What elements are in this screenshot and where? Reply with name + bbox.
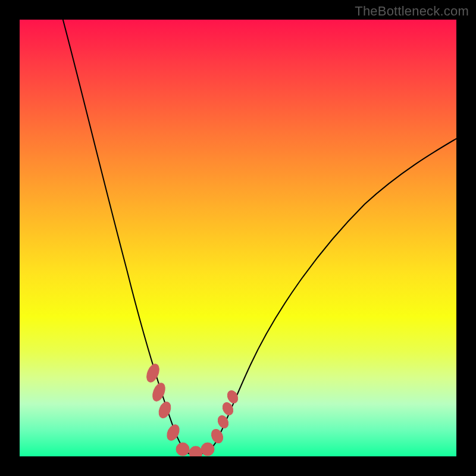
svg-point-6	[201, 443, 214, 456]
watermark-text: TheBottleneck.com	[355, 4, 469, 19]
bottleneck-curve-svg	[20, 20, 456, 456]
svg-point-3	[165, 422, 181, 442]
svg-point-7	[209, 427, 225, 444]
svg-point-0	[145, 362, 162, 384]
bottleneck-curve-path	[57, 20, 456, 455]
svg-point-2	[156, 400, 173, 420]
highlight-dots-group	[145, 362, 240, 456]
svg-point-4	[176, 443, 189, 456]
chart-plot-area	[20, 20, 456, 456]
svg-point-1	[151, 381, 168, 403]
svg-point-5	[189, 446, 202, 456]
